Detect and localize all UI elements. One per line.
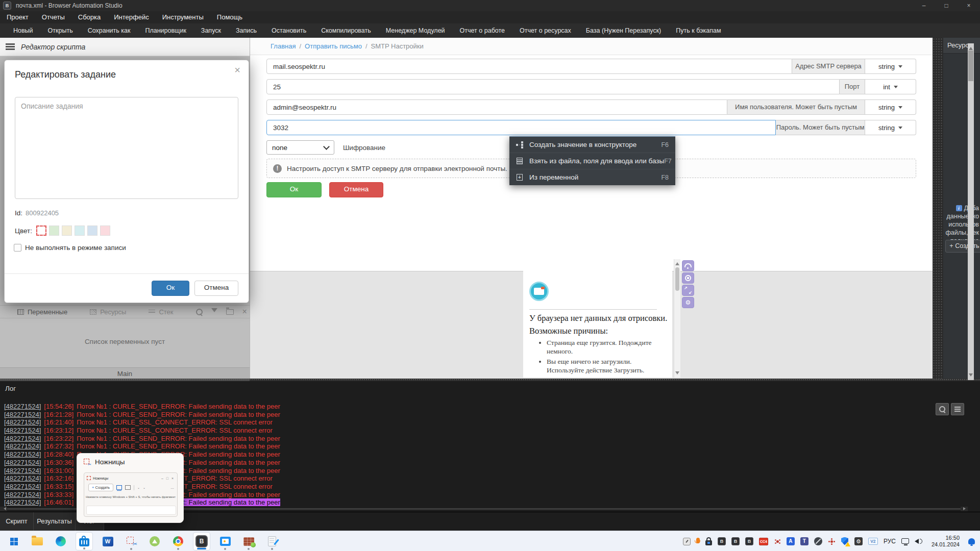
mic-icon[interactable]	[696, 538, 700, 543]
smtp-username-input[interactable]	[266, 99, 727, 115]
open-folder-button[interactable]: Открыть	[39, 23, 79, 38]
save-as-button[interactable]: Сохранить как	[79, 23, 136, 38]
smtp-password-input[interactable]	[266, 120, 776, 135]
network-icon[interactable]	[901, 538, 909, 544]
cluster-icon[interactable]	[828, 538, 835, 545]
color-swatch[interactable]	[36, 226, 46, 236]
log-entry[interactable]: [482271524][15:54:26]Поток №1 : CURLE_SE…	[4, 403, 980, 411]
database-button[interactable]: База (Нужен Перезапуск)	[577, 23, 667, 38]
scheduler-button[interactable]: Планировщик	[136, 23, 191, 38]
menu-item-1[interactable]: Проект	[0, 11, 35, 23]
smtp-port-type-select[interactable]: int	[865, 79, 916, 94]
smtp-cancel-button[interactable]: Отмена	[329, 182, 383, 197]
log-entry[interactable]: [482271524][16:27:32]Поток №1 : CURLE_SE…	[4, 442, 980, 450]
context-menu-item-3[interactable]: Из переменнойF8	[509, 169, 675, 185]
hamburger-menu-icon[interactable]	[6, 43, 15, 50]
word-icon[interactable]: W	[99, 532, 116, 550]
lang-indicator[interactable]: РУС	[884, 538, 896, 545]
encryption-select[interactable]: none	[266, 140, 334, 155]
resources-report-button[interactable]: Отчет о ресурсах	[510, 23, 577, 38]
context-menu-item-1[interactable]: Создать значение в конструктореF6	[509, 137, 675, 153]
menu-item-4[interactable]: Интерфейс	[107, 11, 155, 23]
record-indicator-button[interactable]	[682, 272, 694, 284]
meter-icon[interactable]	[683, 538, 691, 545]
volume-icon[interactable]	[915, 538, 924, 545]
color-swatch[interactable]	[62, 226, 72, 236]
alarm-icon[interactable]: A	[787, 537, 795, 545]
scrollbar-thumb[interactable]	[968, 51, 973, 81]
bas-tray-icon[interactable]: B	[731, 537, 740, 545]
cc4-icon[interactable]: CC4	[759, 538, 768, 545]
smtp-password-type-select[interactable]: string	[865, 120, 916, 135]
tab-script[interactable]: Скрипт	[0, 512, 34, 531]
scroll-up-icon[interactable]	[675, 260, 679, 265]
bas-tray-icon[interactable]: B	[745, 537, 753, 545]
clock[interactable]: 16:5024.01.2024	[932, 535, 960, 548]
scroll-down-icon[interactable]	[969, 373, 973, 379]
breadcrumb-home[interactable]: Главная	[271, 42, 296, 50]
scrollbar-thumb[interactable]	[675, 267, 679, 291]
modules-button[interactable]: Менеджер Модулей	[377, 23, 451, 38]
color-swatch[interactable]	[49, 226, 59, 236]
backups-button[interactable]: Путь к бэкапам	[667, 23, 726, 38]
color-swatch[interactable]	[75, 226, 85, 236]
sidebar-scrollbar[interactable]	[968, 43, 974, 380]
lock-icon[interactable]	[705, 540, 712, 545]
scroll-right-button[interactable]	[961, 507, 968, 511]
explorer-icon[interactable]	[29, 532, 46, 550]
tab-results[interactable]: Результаты	[34, 512, 76, 531]
firewall-icon[interactable]	[240, 532, 257, 550]
snipping-tool-icon[interactable]	[122, 532, 140, 550]
scroll-left-button[interactable]	[0, 507, 7, 511]
dialog-close-icon[interactable]: ×	[234, 64, 240, 76]
menu-item-6[interactable]: Помощь	[210, 11, 249, 23]
smtp-username-type-select[interactable]: string	[865, 99, 916, 115]
checkbox[interactable]	[14, 244, 21, 252]
camera-off-icon[interactable]	[814, 537, 822, 545]
settings-icon[interactable]: ⚙	[854, 537, 863, 545]
task-description-input[interactable]	[15, 97, 238, 199]
stop-button[interactable]: Остановить	[262, 23, 312, 38]
start-button[interactable]	[5, 532, 22, 550]
run-button[interactable]: Запуск	[192, 23, 227, 38]
compile-button[interactable]: Скомпилировать	[312, 23, 377, 38]
context-menu-item-2[interactable]: Взять из файла, поля для ввода или базыF…	[509, 153, 675, 169]
breadcrumb-send-mail[interactable]: Отправить письмо	[305, 42, 362, 50]
menu-item-3[interactable]: Сборка	[71, 11, 108, 23]
minimize-button[interactable]: –	[913, 0, 935, 11]
chrome-icon[interactable]	[169, 532, 187, 550]
snipping-tool-window[interactable]: Ножницы Ножницы – □ × + Создать ⌄ ⌄ ... …	[77, 453, 184, 523]
smtp-ok-button[interactable]: Ок	[266, 182, 322, 197]
color-swatch[interactable]	[100, 226, 110, 236]
v2-icon[interactable]: V2	[868, 538, 878, 545]
dialog-cancel-button[interactable]: Отмена	[194, 281, 238, 296]
color-swatch[interactable]	[87, 226, 97, 236]
log-entry[interactable]: [482271524][16:23:12]Поток №1 : CURLE_SS…	[4, 427, 980, 435]
log-entry[interactable]: [482271524][16:21:40]Поток №1 : CURLE_SS…	[4, 418, 980, 427]
edge-icon[interactable]	[52, 532, 69, 550]
menu-item-2[interactable]: Отчеты	[35, 11, 71, 23]
bas-tray-icon[interactable]: B	[718, 537, 726, 545]
log-list-button[interactable]	[951, 403, 964, 415]
teams-icon[interactable]: T	[800, 537, 808, 545]
notifications-bell-icon[interactable]	[968, 538, 975, 544]
work-report-button[interactable]: Отчет о работе	[451, 23, 510, 38]
vertical-splitter[interactable]	[933, 38, 943, 381]
scroll-up-icon[interactable]	[969, 45, 973, 50]
fullscreen-button[interactable]: ↗↙	[682, 285, 694, 296]
log-search-button[interactable]	[936, 403, 949, 415]
dialog-ok-button[interactable]: Ок	[152, 281, 189, 296]
create-resource-button[interactable]: + Создать	[945, 240, 980, 253]
smtp-server-input[interactable]	[266, 59, 792, 74]
menu-item-5[interactable]: Инструменты	[156, 11, 210, 23]
browser-scrollbar[interactable]	[674, 259, 680, 378]
smtp-server-type-select[interactable]: string	[865, 59, 916, 74]
notes-icon[interactable]	[263, 532, 281, 550]
proxy-wifi-button[interactable]	[682, 260, 694, 271]
bas-app-icon[interactable]: B	[193, 532, 210, 550]
log-entry[interactable]: [482271524][16:21:28]Поток №1 : CURLE_SE…	[4, 411, 980, 419]
green-app-icon[interactable]	[146, 532, 163, 550]
record-button[interactable]: Запись	[227, 23, 262, 38]
browser-settings-button[interactable]: ⚙	[682, 297, 694, 308]
scroll-down-icon[interactable]	[675, 371, 679, 377]
